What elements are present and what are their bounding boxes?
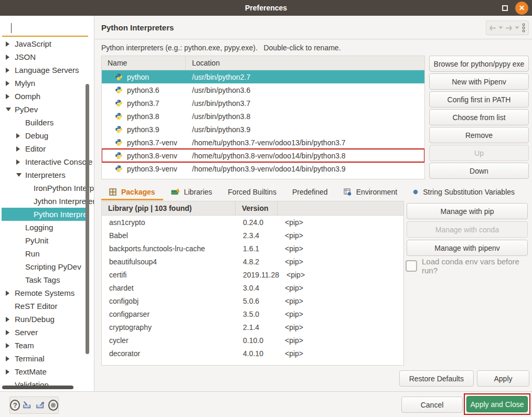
manage-with-pipenv-button[interactable]: Manage with pipenv: [407, 240, 528, 256]
package-row-chardet[interactable]: chardet3.0.4<pip>: [102, 281, 403, 294]
sidebar-item-textmate[interactable]: TextMate: [2, 365, 94, 378]
interpreter-row-python3-9-venv[interactable]: python3.9-venv/home/tu/python3.9-venv/od…: [102, 162, 424, 175]
interpreter-row-python3-7[interactable]: python3.7/usr/bin/python3.7: [102, 97, 424, 110]
tab-string-substitution-variables[interactable]: String Substitution Variables: [405, 185, 523, 200]
apply-and-close-button[interactable]: Apply and Close: [466, 396, 528, 412]
chevron-right-icon[interactable]: [6, 369, 15, 375]
close-icon[interactable]: ✕: [515, 2, 528, 15]
sidebar-item-python-interpreters[interactable]: Python Interpreters: [2, 208, 86, 221]
titlebar[interactable]: Preferences ✕: [0, 0, 532, 16]
chevron-right-icon[interactable]: [6, 55, 15, 60]
down-button[interactable]: Down: [429, 163, 529, 179]
package-row-cryptography[interactable]: cryptography2.1.4<pip>: [102, 320, 403, 334]
chevron-right-icon[interactable]: [6, 81, 15, 86]
remove-button[interactable]: Remove: [429, 127, 529, 143]
back-arrow-icon[interactable]: [489, 25, 496, 31]
sidebar-item-language-servers[interactable]: Language Servers: [2, 63, 94, 77]
browse-for-python-pypy-exe-button[interactable]: Browse for python/pypy exe: [429, 56, 529, 72]
sidebar-item-task-tags[interactable]: Task Tags: [2, 273, 94, 286]
sidebar-item-team[interactable]: Team: [2, 339, 94, 352]
sidebar-item-debug[interactable]: Debug: [2, 129, 94, 142]
new-with-pipenv-button[interactable]: New with Pipenv: [429, 73, 529, 90]
sidebar-item-remote-systems[interactable]: Remote Systems: [2, 286, 94, 300]
chevron-right-icon[interactable]: [6, 291, 15, 296]
sidebar-item-ironpython-interpreters[interactable]: IronPython Interpreters: [2, 181, 94, 195]
sidebar-item-terminal[interactable]: Terminal: [2, 352, 94, 365]
chevron-right-icon[interactable]: [6, 41, 15, 47]
maximize-icon[interactable]: [502, 5, 508, 11]
chevron-right-icon[interactable]: [16, 159, 25, 165]
back-history-caret-icon[interactable]: [498, 26, 503, 29]
sidebar-horizontal-scrollbar[interactable]: [2, 386, 73, 389]
chevron-right-icon[interactable]: [16, 133, 25, 138]
config-first-in-path-button[interactable]: Config first in PATH: [429, 91, 529, 108]
import-icon[interactable]: [22, 400, 33, 410]
column-header-name[interactable]: Name: [102, 56, 186, 70]
forward-arrow-icon[interactable]: [505, 25, 513, 31]
package-row-decorator[interactable]: decorator4.0.10<pip>: [102, 347, 403, 360]
column-header-library[interactable]: Library (pip | 103 found): [102, 201, 236, 215]
sidebar-item-jython-interpreters[interactable]: Jython Interpreters: [2, 195, 94, 208]
sidebar-vertical-scrollbar[interactable]: [86, 84, 89, 354]
interpreter-row-python3-9[interactable]: python3.9/usr/bin/python3.9: [102, 123, 424, 136]
sidebar-item-run[interactable]: Run: [2, 247, 94, 260]
package-row-beautifulsoup4[interactable]: beautifulsoup44.8.2<pip>: [102, 255, 403, 268]
sidebar-item-server[interactable]: Server: [2, 326, 94, 339]
sidebar-item-pydev[interactable]: PyDev: [2, 103, 94, 116]
package-row-configobj[interactable]: configobj5.0.6<pip>: [102, 294, 403, 307]
package-row-asn1crypto[interactable]: asn1crypto0.24.0<pip>: [102, 216, 403, 229]
choose-from-list-button[interactable]: Choose from list: [429, 109, 529, 125]
sidebar-item-scripting-pydev[interactable]: Scripting PyDev: [2, 260, 94, 273]
chevron-right-icon[interactable]: [6, 68, 15, 73]
sidebar-item-json[interactable]: JSON: [2, 50, 94, 63]
cancel-button[interactable]: Cancel: [401, 397, 463, 413]
interpreter-row-python3-6[interactable]: python3.6/usr/bin/python3.6: [102, 83, 424, 97]
column-header-location[interactable]: Location: [186, 59, 424, 67]
apply-button[interactable]: Apply: [477, 370, 529, 387]
sidebar-item-interpreters[interactable]: Interpreters: [2, 168, 94, 181]
package-row-configparser[interactable]: configparser3.5.0<pip>: [102, 307, 403, 320]
chevron-down-icon[interactable]: [6, 108, 15, 111]
chevron-down-icon[interactable]: [16, 173, 25, 177]
package-row-cycler[interactable]: cycler0.10.0<pip>: [102, 334, 403, 347]
tab-environment[interactable]: Environment: [336, 185, 406, 200]
sidebar-item-rest-editor[interactable]: ReST Editor: [2, 300, 94, 313]
sidebar-item-mylyn[interactable]: Mylyn: [2, 77, 94, 90]
manage-with-pip-button[interactable]: Manage with pip: [407, 203, 528, 219]
chevron-right-icon[interactable]: [6, 317, 15, 322]
sidebar-item-pyunit[interactable]: PyUnit: [2, 234, 94, 247]
sidebar-item-builders[interactable]: Builders: [2, 116, 94, 129]
chevron-right-icon[interactable]: [6, 94, 15, 99]
interpreter-row-python3-8-venv[interactable]: python3.8-venv/home/tu/python3.8-venv/od…: [102, 149, 424, 162]
sidebar-item-editor[interactable]: Editor: [2, 142, 94, 155]
sidebar-item-validation[interactable]: Validation: [2, 378, 94, 391]
export-icon[interactable]: [35, 400, 46, 410]
view-menu-icon[interactable]: [522, 23, 526, 33]
package-row-babel[interactable]: Babel2.3.4<pip>: [102, 229, 403, 242]
record-icon[interactable]: [48, 400, 58, 411]
sidebar-item-run-debug[interactable]: Run/Debug: [2, 313, 94, 326]
forward-history-caret-icon[interactable]: [515, 26, 519, 29]
restore-defaults-button[interactable]: Restore Defaults: [399, 370, 474, 387]
sidebar-item-javascript[interactable]: JavaScript: [2, 37, 94, 50]
load-conda-checkbox[interactable]: [406, 260, 417, 272]
sidebar-item-logging[interactable]: Logging: [2, 221, 94, 234]
sidebar-item-interactive-console[interactable]: Interactive Console: [2, 155, 94, 168]
package-row-certifi[interactable]: certifi2019.11.28<pip>: [102, 268, 403, 281]
tab-forced-builtins[interactable]: Forced Builtins: [220, 185, 284, 200]
chevron-right-icon[interactable]: [6, 330, 15, 335]
chevron-right-icon[interactable]: [6, 343, 15, 348]
chevron-right-icon[interactable]: [6, 356, 15, 361]
tab-predefined[interactable]: Predefined: [284, 185, 336, 200]
interpreter-row-python[interactable]: python/usr/bin/python2.7: [102, 70, 424, 83]
column-header-version[interactable]: Version: [236, 201, 278, 215]
filter-input[interactable]: [2, 20, 88, 37]
tab-libraries[interactable]: Libraries: [163, 185, 220, 200]
package-row-backports-functools-lru-cache[interactable]: backports.functools-lru-cache1.6.1<pip>: [102, 242, 403, 255]
interpreter-row-python3-7-venv[interactable]: python3.7-venv/home/tu/python3.7-venv/od…: [102, 136, 424, 149]
help-icon[interactable]: ?: [10, 400, 20, 411]
tab-packages[interactable]: Packages: [101, 185, 163, 200]
chevron-right-icon[interactable]: [16, 146, 25, 152]
sidebar-item-oomph[interactable]: Oomph: [2, 90, 94, 103]
interpreter-row-python3-8[interactable]: python3.8/usr/bin/python3.8: [102, 110, 424, 123]
